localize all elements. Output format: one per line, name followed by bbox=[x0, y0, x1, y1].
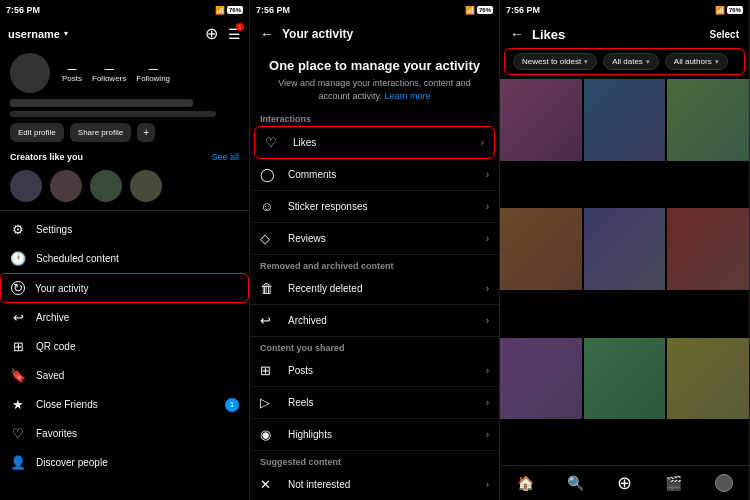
activity-hero: One place to manage your activity View a… bbox=[250, 48, 499, 108]
back-arrow-likes-icon[interactable]: ← bbox=[510, 26, 524, 42]
likes-thumb-8[interactable] bbox=[584, 338, 666, 420]
see-all-link[interactable]: See all bbox=[211, 152, 239, 162]
likes-thumb-3[interactable] bbox=[667, 79, 749, 161]
activity-item-reviews[interactable]: ◇ Reviews › bbox=[250, 223, 499, 255]
menu-item-activity[interactable]: ↻ Your activity bbox=[0, 273, 249, 303]
bottom-nav: 🏠 🔍 ⊕ 🎬 bbox=[500, 465, 749, 500]
menu-item-favorites[interactable]: ♡ Favorites bbox=[0, 419, 249, 448]
menu-item-settings[interactable]: ⚙ Settings bbox=[0, 215, 249, 244]
panel-profile: 7:56 PM 📶 76% username ▾ ⊕ ☰ 1 — Posts bbox=[0, 0, 250, 500]
creator-avatar-2 bbox=[50, 170, 82, 202]
panel1-header: username ▾ ⊕ ☰ 1 bbox=[0, 20, 249, 47]
menu-item-close-friends[interactable]: ★ Close Friends 1 bbox=[0, 390, 249, 419]
nav-search-icon[interactable]: 🔍 bbox=[567, 475, 584, 491]
activity-icon: ↻ bbox=[11, 281, 25, 295]
close-friends-badge: 1 bbox=[225, 398, 239, 412]
menu-item-archive[interactable]: ↩ Archive bbox=[0, 303, 249, 332]
edit-profile-button[interactable]: Edit profile bbox=[10, 123, 64, 142]
menu-list: ⚙ Settings 🕐 Scheduled content ↻ Your ac… bbox=[0, 215, 249, 500]
activity-item-sticker[interactable]: ☺ Sticker responses › bbox=[250, 191, 499, 223]
filter-dates[interactable]: All dates ▾ bbox=[603, 53, 659, 70]
likes-thumb-6[interactable] bbox=[667, 208, 749, 290]
status-icons-3: 📶 76% bbox=[715, 6, 743, 15]
activity-label-comments: Comments bbox=[288, 169, 486, 180]
menu-label-activity: Your activity bbox=[35, 283, 89, 294]
panel2-header: ← Your activity bbox=[250, 20, 499, 48]
followers-count: — bbox=[105, 64, 114, 74]
likes-title: Likes bbox=[532, 27, 710, 42]
menu-item-qr[interactable]: ⊞ QR code bbox=[0, 332, 249, 361]
posts-stat: — Posts bbox=[62, 64, 82, 83]
activity-item-reels[interactable]: ▷ Reels › bbox=[250, 387, 499, 419]
panel-likes: 7:56 PM 📶 76% ← Likes Select Newest to o… bbox=[500, 0, 750, 500]
filter-dates-chevron: ▾ bbox=[646, 58, 650, 66]
chevron-right-sticker: › bbox=[486, 201, 489, 212]
section-removed: Removed and archived content bbox=[250, 255, 499, 273]
header-icons: ⊕ ☰ 1 bbox=[205, 24, 241, 43]
status-bar-3: 7:56 PM 📶 76% bbox=[500, 0, 749, 20]
panel3-header: ← Likes Select bbox=[500, 20, 749, 48]
posts-icon: ⊞ bbox=[260, 363, 280, 378]
learn-more-link[interactable]: Learn more bbox=[384, 91, 430, 101]
activity-item-not-interested[interactable]: ✕ Not interested › bbox=[250, 469, 499, 500]
add-icon[interactable]: ⊕ bbox=[205, 24, 218, 43]
status-time-1: 7:56 PM bbox=[6, 5, 40, 15]
add-person-button[interactable]: + bbox=[137, 123, 155, 142]
filter-authors-chevron: ▾ bbox=[715, 58, 719, 66]
activity-item-deleted[interactable]: 🗑 Recently deleted › bbox=[250, 273, 499, 305]
status-time-2: 7:56 PM bbox=[256, 5, 290, 15]
archive-icon: ↩ bbox=[10, 310, 26, 325]
nav-home-icon[interactable]: 🏠 bbox=[517, 475, 534, 491]
nav-profile-icon[interactable] bbox=[715, 474, 733, 492]
likes-thumb-7[interactable] bbox=[500, 338, 582, 420]
activity-label-deleted: Recently deleted bbox=[288, 283, 486, 294]
likes-thumb-1[interactable] bbox=[500, 79, 582, 161]
back-arrow-icon[interactable]: ← bbox=[260, 26, 274, 42]
creator-avatar-3 bbox=[90, 170, 122, 202]
menu-icon[interactable]: ☰ 1 bbox=[228, 26, 241, 42]
username-text: username bbox=[8, 28, 60, 40]
chevron-down-icon[interactable]: ▾ bbox=[64, 29, 68, 38]
likes-thumb-2[interactable] bbox=[584, 79, 666, 161]
creators-label: Creators like you bbox=[10, 152, 83, 162]
activity-item-highlights[interactable]: ◉ Highlights › bbox=[250, 419, 499, 451]
battery-2: 76% bbox=[477, 6, 493, 14]
activity-label-not-interested: Not interested bbox=[288, 479, 486, 490]
status-bar-2: 7:56 PM 📶 76% bbox=[250, 0, 499, 20]
menu-item-saved[interactable]: 🔖 Saved bbox=[0, 361, 249, 390]
filter-dates-label: All dates bbox=[612, 57, 643, 66]
status-icons-2: 📶 76% bbox=[465, 6, 493, 15]
filter-authors[interactable]: All authors ▾ bbox=[665, 53, 728, 70]
chevron-right-highlights: › bbox=[486, 429, 489, 440]
activity-item-likes[interactable]: ♡ Likes › bbox=[254, 126, 495, 159]
likes-thumb-4[interactable] bbox=[500, 208, 582, 290]
status-icons-1: 📶 76% bbox=[215, 6, 243, 15]
select-button[interactable]: Select bbox=[710, 29, 739, 40]
nav-add-icon[interactable]: ⊕ bbox=[617, 472, 632, 494]
activity-item-archived[interactable]: ↩ Archived › bbox=[250, 305, 499, 337]
nav-reels-icon[interactable]: 🎬 bbox=[665, 475, 682, 491]
bio-placeholder bbox=[10, 111, 216, 117]
filter-newest[interactable]: Newest to oldest ▾ bbox=[513, 53, 597, 70]
likes-icon: ♡ bbox=[265, 135, 285, 150]
section-interactions: Interactions bbox=[250, 108, 499, 126]
menu-item-scheduled[interactable]: 🕐 Scheduled content bbox=[0, 244, 249, 273]
chevron-right-deleted: › bbox=[486, 283, 489, 294]
following-label: Following bbox=[136, 74, 170, 83]
posts-count: — bbox=[68, 64, 77, 74]
activity-label-reels: Reels bbox=[288, 397, 486, 408]
activity-item-posts[interactable]: ⊞ Posts › bbox=[250, 355, 499, 387]
activity-label-likes: Likes bbox=[293, 137, 481, 148]
followers-label: Followers bbox=[92, 74, 126, 83]
share-profile-button[interactable]: Share profile bbox=[70, 123, 131, 142]
activity-hero-title: One place to manage your activity bbox=[266, 58, 483, 73]
menu-item-discover[interactable]: 👤 Discover people bbox=[0, 448, 249, 477]
activity-item-comments[interactable]: ◯ Comments › bbox=[250, 159, 499, 191]
activity-label-archived: Archived bbox=[288, 315, 486, 326]
filter-row: Newest to oldest ▾ All dates ▾ All autho… bbox=[504, 48, 745, 75]
chevron-right-reviews: › bbox=[486, 233, 489, 244]
menu-label-qr: QR code bbox=[36, 341, 75, 352]
likes-thumb-5[interactable] bbox=[584, 208, 666, 290]
likes-thumb-9[interactable] bbox=[667, 338, 749, 420]
creators-avatars bbox=[0, 166, 249, 206]
